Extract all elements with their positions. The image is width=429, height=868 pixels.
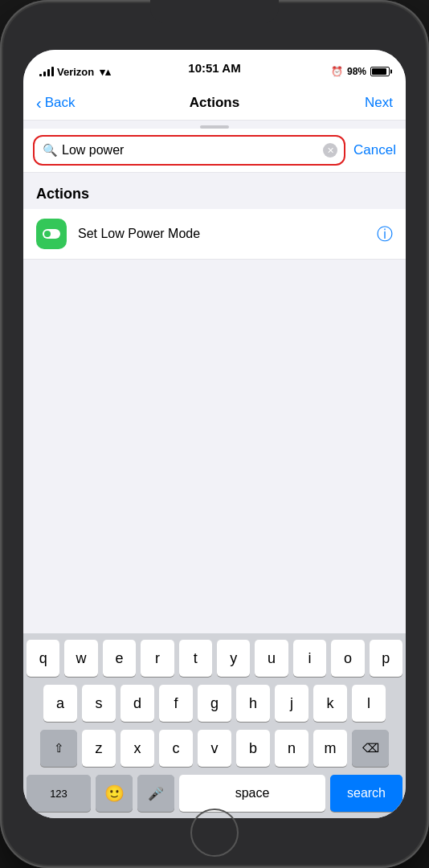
space-key[interactable]: space [179, 775, 325, 812]
status-right: ⏰ 98% [331, 66, 390, 77]
search-container: 🔍 Low power ✕ Cancel [23, 129, 406, 173]
next-button[interactable]: Next [365, 95, 393, 111]
key-q[interactable]: q [27, 640, 59, 677]
key-p[interactable]: p [370, 640, 402, 677]
search-bar-wrapper: 🔍 Low power ✕ [33, 135, 345, 166]
action-item-low-power[interactable]: Set Low Power Mode ⓘ [23, 209, 406, 260]
key-h[interactable]: h [236, 685, 270, 722]
page-title: Actions [190, 95, 239, 111]
status-bar: Verizon ▾▴ 10:51 AM ⏰ 98% [23, 50, 406, 85]
search-icon: 🔍 [43, 143, 58, 158]
phone-frame: Verizon ▾▴ 10:51 AM ⏰ 98% ‹ Back Actions… [0, 0, 429, 868]
keyboard-row-1: q w e r t y u i o p [27, 640, 402, 677]
key-v[interactable]: v [198, 730, 231, 767]
alarm-icon: ⏰ [331, 66, 343, 77]
cancel-button[interactable]: Cancel [353, 142, 396, 158]
actions-header: Actions [23, 173, 406, 209]
shift-key[interactable]: ⇧ [40, 730, 77, 767]
key-m[interactable]: m [313, 730, 347, 767]
battery-icon [370, 67, 390, 76]
back-label: Back [45, 95, 76, 111]
key-x[interactable]: x [121, 730, 154, 767]
key-u[interactable]: u [255, 640, 288, 677]
wifi-icon: ▾▴ [100, 66, 111, 78]
numbers-key[interactable]: 123 [27, 775, 91, 812]
info-button[interactable]: ⓘ [377, 223, 393, 245]
clear-button[interactable]: ✕ [323, 143, 337, 158]
keyboard: q w e r t y u i o p a s d f g h j k l [23, 633, 406, 818]
action-list: Set Low Power Mode ⓘ [23, 209, 406, 260]
key-i[interactable]: i [293, 640, 326, 677]
key-y[interactable]: y [217, 640, 250, 677]
mic-key[interactable]: 🎤 [137, 775, 174, 812]
search-key[interactable]: search [330, 775, 402, 812]
time-display: 10:51 AM [188, 61, 240, 75]
signal-icon [39, 67, 54, 76]
key-g[interactable]: g [198, 685, 231, 722]
delete-key[interactable]: ⌫ [352, 730, 389, 767]
search-bar[interactable]: 🔍 Low power ✕ [33, 135, 345, 166]
actions-section: Actions Set Low Power Mode ⓘ [23, 173, 406, 633]
chevron-left-icon: ‹ [36, 95, 42, 111]
keyboard-row-3: ⇧ z x c v b n m ⌫ [27, 730, 402, 767]
key-z[interactable]: z [82, 730, 116, 767]
status-left: Verizon ▾▴ [39, 66, 111, 78]
empty-area [23, 260, 406, 324]
action-label: Set Low Power Mode [78, 227, 366, 241]
nav-bar: ‹ Back Actions Next [23, 85, 406, 121]
action-icon-wrap [36, 219, 67, 249]
search-input[interactable]: Low power [62, 143, 315, 158]
key-n[interactable]: n [275, 730, 308, 767]
key-l[interactable]: l [352, 685, 386, 722]
key-j[interactable]: j [275, 685, 308, 722]
back-button[interactable]: ‹ Back [36, 95, 75, 111]
emoji-key[interactable]: 🙂 [96, 775, 133, 812]
notch [150, 0, 279, 23]
key-c[interactable]: c [159, 730, 193, 767]
key-f[interactable]: f [159, 685, 193, 722]
keyboard-row-2: a s d f g h j k l [27, 685, 402, 722]
key-r[interactable]: r [141, 640, 174, 677]
key-k[interactable]: k [313, 685, 347, 722]
home-button[interactable] [190, 809, 239, 857]
key-o[interactable]: o [331, 640, 364, 677]
battery-pct: 98% [347, 66, 366, 77]
key-b[interactable]: b [236, 730, 270, 767]
keyboard-bottom-row: 123 🙂 🎤 space search [27, 775, 402, 812]
key-d[interactable]: d [121, 685, 154, 722]
key-t[interactable]: t [179, 640, 212, 677]
carrier-label: Verizon [57, 66, 94, 78]
key-w[interactable]: w [64, 640, 97, 677]
screen: Verizon ▾▴ 10:51 AM ⏰ 98% ‹ Back Actions… [23, 50, 406, 818]
key-s[interactable]: s [82, 685, 116, 722]
battery-mode-icon [43, 229, 60, 239]
key-e[interactable]: e [103, 640, 136, 677]
key-a[interactable]: a [43, 685, 77, 722]
